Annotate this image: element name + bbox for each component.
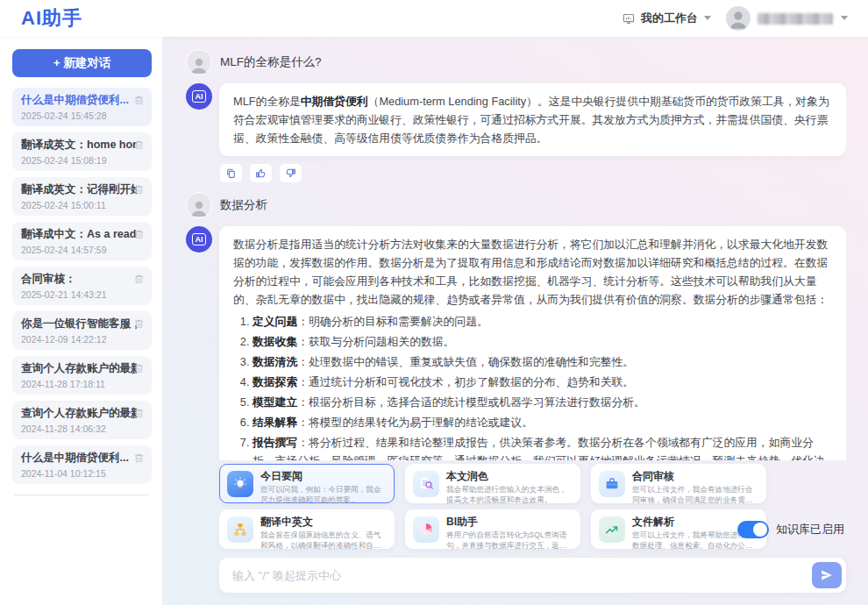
user-message: 数据分析 [186,192,846,218]
thumbs-up-button[interactable] [249,163,273,183]
thumbs-up-icon [255,167,267,179]
history-item[interactable]: 翻译成中文：As a reader... 2025-02-24 14:57:59 [12,222,152,260]
chevron-down-icon [840,15,849,22]
history-title: 合同审核： [21,272,137,287]
delete-icon[interactable] [133,273,145,285]
feature-card-translate[interactable]: 翻译中英文 我会旨在保留原始信息的含义、语气和风格，以确保翻译的准确性和自然流畅… [219,509,395,549]
chat-main: MLF的全称是什么? AI MLF的全称是中期借贷便利（Medium-term … [163,37,868,605]
list-item: 定义问题：明确分析的目标和需要解决的问题。 [253,312,832,331]
knowledge-base-toggle[interactable] [737,521,769,538]
ai-text: 数据分析是指用适当的统计分析方法对收集来的大量数据进行分析，将它们加以汇总和理解… [233,238,828,306]
feature-card-bi-assistant[interactable]: BI助手 将用户的自然语言转化为SQL查询语句，并直接与数据库进行交互，返回智能… [405,509,580,549]
translate-sitemap-icon [227,516,253,543]
feature-title: 本文润色 [446,470,573,482]
history-item[interactable]: 你是一位银行智能客服，... 2024-12-09 14:22:12 [12,311,152,350]
top-header: AI助手 我的工作台 [0,0,868,37]
person-icon [188,196,210,217]
my-workspace-menu[interactable]: 我的工作台 [622,11,712,26]
history-title: 查询个人存款账户的最新... [21,361,137,376]
history-item[interactable]: 翻译成英文：home home 2025-02-24 15:08:19 [12,132,152,171]
feature-card-contract-review[interactable]: 合同审核 您可以上传文件，我会有效地进行合同审核，确保合同满足您的业务需求。 [591,464,766,503]
history-item[interactable]: 什么是中期借贷便利... 2024-11-04 10:12:15 [12,445,152,484]
prompt-input[interactable] [232,569,812,582]
header-right: 我的工作台 [622,6,849,31]
delete-icon[interactable] [133,407,145,419]
feature-title: 翻译中英文 [260,516,387,528]
knowledge-base-label: 知识库已启用 [776,522,844,537]
monitor-icon [622,12,636,25]
history-time: 2025-02-24 14:57:59 [21,245,145,255]
feature-desc: 将用户的自然语言转化为SQL查询语句，并直接与数据库进行交互，返回智能推荐的图表… [446,530,573,551]
history-title: 翻译成英文：记得刚开始... [21,182,137,197]
history-title: 查询个人存款账户的最新... [21,406,137,421]
user-message-text: 数据分析 [220,197,267,213]
thumbs-down-button[interactable] [279,163,302,183]
history-time: 2024-11-28 17:18:11 [21,379,145,389]
feature-card-today-news[interactable]: 今日要闻 您可以问我，例如：今日要闻，我会尽力提供准确和可靠的答案。 [219,464,395,503]
history-time: 2024-12-09 14:22:12 [21,334,145,345]
delete-icon[interactable] [133,452,145,464]
history-title: 你是一位银行智能客服，... [21,317,137,331]
feature-card-text-polish[interactable]: 本文润色 我会帮助您进行您输入的文本润色，提高文本的流畅度和表达效果。 [405,464,580,503]
ai-message: AI 数据分析是指用适当的统计分析方法对收集来的大量数据进行分析，将它们加以汇总… [186,226,846,460]
person-icon [726,6,751,31]
sidebar-divider [14,495,150,495]
username-redacted [758,13,833,25]
list-item: 数据收集：获取与分析问题相关的数据。 [253,332,832,351]
history-item[interactable]: 查询个人存款账户的最新... 2024-11-28 17:18:11 [12,356,152,395]
knowledge-base-toggle-group: 知识库已启用 [737,521,844,538]
send-button[interactable] [812,562,842,588]
history-item[interactable]: 合同审核： 2025-02-21 14:43:21 [12,267,152,305]
delete-icon[interactable] [133,183,145,196]
list-item: 模型建立：根据分析目标，选择合适的统计模型或机器学习算法进行数据分析。 [253,393,832,411]
workspace-label: 我的工作台 [641,11,698,26]
history-item[interactable]: 查询个人存款账户的最新... 2024-11-28 14:06:32 [12,401,152,439]
person-icon [188,53,210,75]
app-window: AI助手 我的工作台 + 新建对话 什么是中期借贷便利... [0,0,868,605]
delete-icon[interactable] [133,94,145,106]
user-message-text: MLF的全称是什么? [220,54,322,70]
app-logo: AI助手 [21,5,82,32]
delete-icon[interactable] [133,228,145,240]
ai-avatar-label: AI [192,233,206,246]
history-title: 什么是中期借贷便利... [21,93,137,108]
delete-icon[interactable] [133,139,145,151]
delete-icon[interactable] [133,317,145,330]
ai-avatar-label: AI [192,90,206,103]
user-avatar [186,49,212,75]
chevron-down-icon [703,15,712,22]
contract-briefcase-icon [599,471,625,497]
ai-avatar: AI [186,83,212,110]
list-item: 结果解释：将模型的结果转化为易于理解的结论或建议。 [253,413,832,431]
new-chat-button[interactable]: + 新建对话 [12,49,152,77]
history-time: 2025-02-24 15:08:19 [21,155,145,166]
user-avatar [186,192,212,218]
copy-icon [225,167,237,179]
history-time: 2024-11-28 14:06:32 [21,424,145,434]
list-item: 数据清洗：处理数据中的错误、重复或缺失值，确保数据的准确性和完整性。 [253,352,832,371]
toggle-knob [753,523,767,537]
account-menu[interactable] [726,6,849,31]
feature-desc: 我会帮助您进行您输入的文本润色，提高文本的流畅度和表达效果。 [446,485,573,505]
feature-title: BI助手 [446,516,573,528]
user-avatar [726,6,751,31]
ai-text: MLF的全称是 [233,95,301,108]
list-item: 报告撰写：将分析过程、结果和结论整理成报告，供决策者参考。数据分析在各个领域都有… [253,433,832,460]
history-item[interactable]: 什么是中期借贷便利... 2025-02-24 15:45:28 [12,88,152,126]
ai-text-bold: 中期借贷便利 [301,95,368,108]
user-message: MLF的全称是什么? [186,49,846,75]
ai-message: AI MLF的全称是中期借贷便利（Medium-term Lending Fac… [186,83,846,156]
sidebar: + 新建对话 什么是中期借贷便利... 2025-02-24 15:45:28 … [0,37,163,605]
message-actions [219,163,846,183]
history-item[interactable]: 翻译成英文：记得刚开始... 2025-02-24 15:00:11 [12,177,152,216]
file-parse-chart-icon [599,516,625,543]
history-time: 2025-02-21 14:43:21 [21,289,145,300]
delete-icon[interactable] [133,362,145,374]
copy-button[interactable] [219,163,243,183]
list-item: 数据探索：通过统计分析和可视化技术，初步了解数据的分布、趋势和关联。 [253,373,832,391]
ai-message-card: MLF的全称是中期借贷便利（Medium-term Lending Facili… [219,83,846,156]
history-time: 2025-02-24 15:45:28 [21,110,145,121]
feature-shortcuts: 今日要闻 您可以问我，例如：今日要闻，我会尽力提供准确和可靠的答案。 本文润色 … [219,464,846,549]
analysis-steps-list: 定义问题：明确分析的目标和需要解决的问题。 数据收集：获取与分析问题相关的数据。… [233,312,832,460]
feature-title: 今日要闻 [260,470,387,482]
